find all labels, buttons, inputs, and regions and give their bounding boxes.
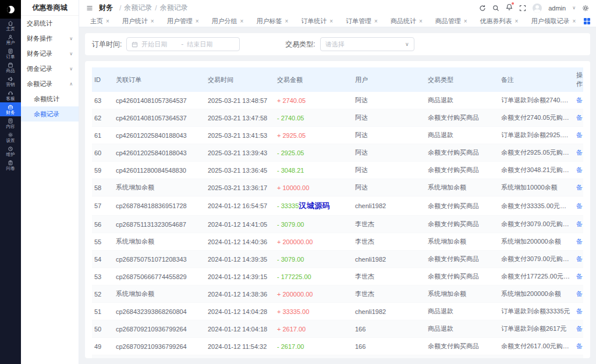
- remark-link[interactable]: 备注: [576, 342, 583, 349]
- sidebar-item-orders[interactable]: 订单: [0, 47, 21, 60]
- table-row: 50cp2687092109367992642024-01-12 14:04:1…: [92, 320, 583, 338]
- close-icon[interactable]: ×: [374, 18, 378, 24]
- close-icon[interactable]: ×: [285, 18, 288, 24]
- cell-id: 56: [92, 216, 113, 233]
- hamburger-icon[interactable]: [86, 5, 93, 12]
- trade-type-select[interactable]: 请选择 ∨: [320, 37, 414, 51]
- submenu-item[interactable]: 余额记录: [21, 106, 79, 122]
- end-date-input[interactable]: [187, 41, 223, 48]
- tab-订单管理[interactable]: 订单管理×: [340, 16, 383, 27]
- remark-link[interactable]: 备注: [576, 166, 583, 173]
- remark-link[interactable]: 备注: [576, 238, 583, 245]
- cell-id: 61: [92, 127, 113, 144]
- submenu-item[interactable]: 交易统计: [21, 16, 79, 31]
- sidebar-item-label: 用户: [6, 40, 15, 45]
- cell-amount: - 2617.00: [275, 338, 353, 355]
- close-icon[interactable]: ×: [106, 18, 109, 24]
- sidebar-item-marketing[interactable]: 营销: [0, 74, 21, 88]
- remark-link[interactable]: 备注: [576, 202, 583, 209]
- cell-id: 55: [92, 233, 113, 251]
- close-icon[interactable]: ×: [419, 18, 423, 24]
- table-row: 62cp4260140810573645372025-03-21 13:47:5…: [92, 109, 583, 127]
- tab-优惠券列表[interactable]: 优惠券列表×: [475, 16, 524, 27]
- remark-link[interactable]: 备注: [576, 290, 583, 297]
- sidebar-item-home[interactable]: 主页: [0, 19, 21, 33]
- close-icon[interactable]: ×: [515, 18, 519, 24]
- remark-link[interactable]: 备注: [576, 184, 583, 191]
- remark-link[interactable]: 备注: [576, 220, 583, 227]
- close-icon[interactable]: ×: [572, 18, 576, 24]
- balance-records-table: ID关联订单交易时间交易金额用户交易类型备注操作 63cp42601408105…: [92, 67, 583, 358]
- close-icon[interactable]: ×: [329, 18, 333, 24]
- fullscreen-icon[interactable]: [519, 5, 526, 12]
- marketing-icon: [8, 76, 13, 82]
- cell-remark: 余额支付3079.00元购买商品: [499, 216, 574, 233]
- remark-link[interactable]: 备注: [576, 131, 583, 138]
- breadcrumb-root[interactable]: 财务: [99, 3, 113, 13]
- column-header: 交易时间: [205, 67, 275, 92]
- tab-主页[interactable]: 主页×: [85, 16, 115, 27]
- tab-用户统计[interactable]: 用户统计×: [117, 16, 159, 27]
- chevron-down-icon[interactable]: ∨: [572, 5, 576, 10]
- date-range-input[interactable]: -: [126, 37, 240, 51]
- order-time-label: 订单时间:: [92, 40, 122, 49]
- chevron-down-icon: ∨: [69, 36, 73, 41]
- tab-用户分组[interactable]: 用户分组×: [207, 16, 249, 27]
- tab-订单统计[interactable]: 订单统计×: [296, 16, 338, 27]
- close-icon[interactable]: ×: [240, 18, 244, 24]
- cell-remark: 余额支付33335.00元购买商品: [499, 197, 574, 216]
- remark-link[interactable]: 备注: [576, 325, 583, 332]
- user-avatar[interactable]: [533, 3, 542, 13]
- sidebar-item-users[interactable]: 用户: [0, 33, 21, 47]
- sidebar-item-survey[interactable]: 问卷: [0, 158, 21, 172]
- start-date-input[interactable]: [141, 41, 178, 48]
- cell-order: cp426014081057364537: [113, 92, 205, 109]
- sidebar-item-settings[interactable]: 设置: [0, 130, 21, 144]
- cell-remark: 系统增加10000余额: [499, 179, 574, 197]
- table-row: 57cp2687848188369517282024-01-12 16:54:5…: [92, 197, 583, 216]
- app-logo[interactable]: [0, 0, 21, 19]
- breadcrumb-parent[interactable]: 余额记录: [124, 3, 152, 13]
- tab-用户领取记录[interactable]: 用户领取记录×: [526, 16, 581, 27]
- cell-remark: 订单退款到余额2740.05元: [499, 92, 574, 109]
- cell-id: 51: [92, 303, 113, 320]
- submenu-item-label: 财务记录: [27, 49, 69, 58]
- submenu-item-label: 佣金记录: [27, 65, 69, 73]
- cell-order: cp426011280084548830: [113, 162, 205, 179]
- close-icon[interactable]: ×: [196, 18, 199, 24]
- tab-label: 主页: [90, 17, 103, 26]
- close-icon[interactable]: ×: [464, 18, 467, 24]
- remark-link[interactable]: 备注: [576, 308, 583, 315]
- submenu-item[interactable]: 佣金记录∨: [21, 61, 79, 76]
- sidebar-item-goods[interactable]: 商品: [0, 60, 21, 74]
- username[interactable]: admin: [548, 5, 566, 12]
- sidebar-item-finance[interactable]: 财务: [0, 102, 21, 116]
- remark-link[interactable]: 备注: [576, 273, 583, 280]
- cell-remark: 余额支付2617.00元购买商品: [499, 338, 574, 355]
- sidebar-item-maintain[interactable]: 维护: [0, 144, 21, 158]
- search-icon[interactable]: [492, 5, 499, 12]
- finance-icon: [8, 104, 13, 110]
- remark-link[interactable]: 备注: [576, 255, 583, 262]
- submenu-item[interactable]: 余额记录∧: [21, 76, 79, 91]
- close-icon[interactable]: ×: [151, 18, 154, 24]
- tab-layout-grid-icon[interactable]: [584, 18, 590, 24]
- gear-icon[interactable]: [582, 5, 589, 12]
- submenu-item[interactable]: 财务操作∨: [21, 31, 79, 46]
- tab-商品管理[interactable]: 商品管理×: [430, 16, 473, 27]
- sidebar-item-service[interactable]: 客服: [0, 88, 21, 102]
- tab-用户管理[interactable]: 用户管理×: [162, 16, 204, 27]
- remark-link[interactable]: 备注: [576, 97, 583, 104]
- tab-商品统计[interactable]: 商品统计×: [385, 16, 428, 27]
- tab-用户标签[interactable]: 用户标签×: [251, 16, 293, 27]
- notifications-bell-icon[interactable]: [506, 3, 513, 12]
- watermark-text: 汉城源码: [299, 201, 330, 210]
- sidebar-item-content[interactable]: 内容: [0, 116, 21, 130]
- submenu-item[interactable]: 余额统计: [21, 91, 79, 106]
- remark-link[interactable]: 备注: [576, 114, 583, 121]
- submenu-item[interactable]: 财务记录∨: [21, 46, 79, 61]
- table-row: 55系统增加余额2024-01-12 14:40:36+ 200000.00李世…: [92, 233, 583, 251]
- refresh-icon[interactable]: [479, 5, 486, 12]
- remark-link[interactable]: 备注: [576, 149, 583, 156]
- cell-order: 系统增加余额: [113, 179, 205, 197]
